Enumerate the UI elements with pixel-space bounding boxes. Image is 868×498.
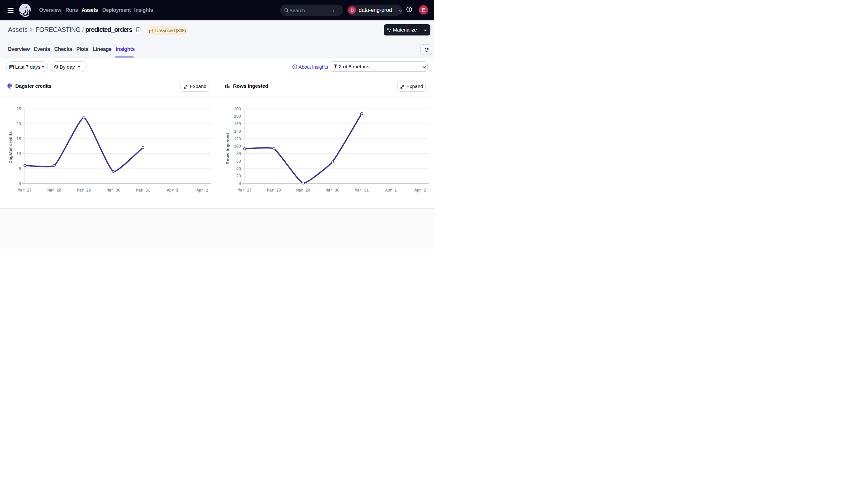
svg-text:100: 100 (234, 144, 241, 149)
svg-text:80: 80 (236, 152, 241, 156)
svg-text:Mar 27: Mar 27 (238, 188, 252, 193)
svg-text:?: ? (408, 8, 411, 12)
svg-text:140: 140 (234, 129, 241, 134)
svg-text:20: 20 (16, 122, 21, 127)
svg-text:5: 5 (18, 167, 21, 171)
svg-text:Mar 29: Mar 29 (77, 188, 91, 193)
svg-text:Mar 29: Mar 29 (296, 188, 310, 193)
svg-text:Mar 31: Mar 31 (136, 188, 150, 193)
svg-text:Apr 2: Apr 2 (414, 188, 426, 193)
svg-text:20: 20 (236, 174, 241, 179)
svg-text:180: 180 (234, 114, 241, 119)
svg-text:Mar 28: Mar 28 (267, 188, 281, 193)
svg-text:Mar 31: Mar 31 (355, 188, 369, 193)
svg-text:Apr 1: Apr 1 (385, 188, 396, 193)
svg-text:60: 60 (236, 159, 241, 164)
svg-text:200: 200 (234, 107, 241, 112)
svg-text:0: 0 (238, 182, 241, 186)
svg-text:Apr 1: Apr 1 (167, 188, 178, 193)
svg-text:Mar 27: Mar 27 (18, 188, 31, 193)
svg-text:Mar 30: Mar 30 (106, 188, 120, 193)
svg-text:Apr 2: Apr 2 (196, 188, 208, 193)
svg-text:0: 0 (18, 182, 21, 186)
svg-text:10: 10 (16, 152, 21, 156)
svg-text:15: 15 (16, 137, 21, 142)
svg-text:25: 25 (16, 107, 21, 112)
svg-text:120: 120 (234, 137, 241, 142)
svg-text:Rows Ingested: Rows Ingested (225, 133, 230, 164)
svg-text:Mar 28: Mar 28 (47, 188, 61, 193)
svg-text:40: 40 (236, 167, 241, 171)
svg-text:Dagster credits: Dagster credits (8, 131, 13, 163)
svg-text:Mar 30: Mar 30 (326, 188, 339, 193)
svg-text:160: 160 (234, 122, 241, 127)
